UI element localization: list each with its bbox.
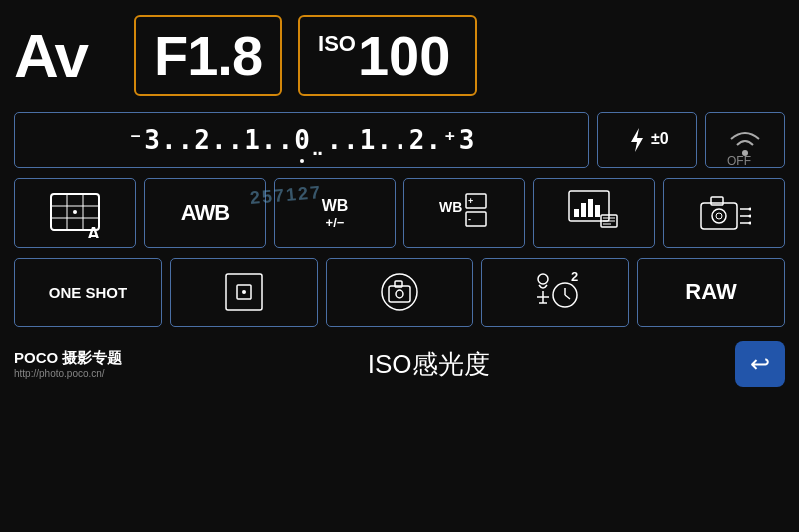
svg-point-34 — [749, 222, 752, 225]
af-mode-box[interactable]: ONE SHOT — [14, 258, 162, 327]
svg-rect-18 — [581, 203, 586, 217]
metering-mode-box[interactable]: A — [14, 178, 136, 248]
image-quality-box[interactable]: RAW — [637, 258, 785, 327]
svg-point-32 — [749, 208, 752, 211]
poco-url: http://photo.poco.cn/ — [14, 368, 122, 379]
drive-mode-box[interactable]: 2 — [481, 258, 629, 327]
wifi-icon: OFF — [723, 115, 767, 165]
svg-point-41 — [396, 290, 403, 298]
camera-lcd-screen: Av F1.8 ISO 100 ⁻3..2..1..0̤..1..2.⁺3 ±0 — [0, 0, 799, 532]
bottom-bar: POCO 摄影专题 http://photo.poco.cn/ ISO感光度 ↩ — [14, 339, 785, 389]
white-balance-box[interactable]: AWB — [144, 178, 266, 248]
svg-point-28 — [716, 213, 722, 219]
exposure-indicator — [300, 159, 304, 163]
svg-rect-19 — [588, 199, 593, 217]
iso-prefix: ISO — [318, 31, 356, 57]
camera-func-box[interactable] — [663, 178, 785, 248]
wb-bracket-box[interactable]: WB + - — [403, 178, 525, 248]
svg-text:A: A — [87, 224, 100, 238]
aperture-box: F1.8 — [134, 15, 282, 96]
svg-rect-26 — [711, 197, 723, 205]
icons-row: A AWB WB +/− WB + - — [14, 178, 785, 250]
exposure-scale: ⁻3..2..1..0̤..1..2.⁺3 — [128, 125, 476, 155]
svg-point-27 — [712, 209, 726, 223]
svg-point-33 — [749, 215, 752, 218]
svg-point-37 — [242, 290, 246, 294]
camera-settings-icon — [697, 189, 751, 237]
wifi-box: OFF — [705, 112, 785, 168]
top-row: Av F1.8 ISO 100 — [14, 10, 785, 100]
back-arrow-icon: ↩ — [750, 350, 770, 378]
svg-text:OFF: OFF — [727, 154, 751, 165]
flash-plus-minus-icon: ±0 — [651, 130, 669, 148]
iso-value: 100 — [358, 23, 450, 88]
metering-icon: A — [47, 188, 103, 238]
wb-shift-label: WB +/− — [322, 196, 349, 231]
svg-point-38 — [382, 274, 417, 310]
svg-text:2: 2 — [571, 269, 578, 284]
buttons-row: ONE SHOT — [14, 258, 785, 329]
wb-bracket-icon: WB + - — [438, 190, 490, 236]
exposure-scale-box: ⁻3..2..1..0̤..1..2.⁺3 — [14, 112, 589, 168]
iso-box: ISO 100 — [298, 15, 477, 96]
af-point-icon — [223, 271, 265, 313]
exposure-row: ⁻3..2..1..0̤..1..2.⁺3 ±0 — [14, 110, 785, 170]
back-button[interactable]: ↩ — [735, 341, 785, 387]
mode-label: Av — [14, 20, 104, 91]
picture-style-icon — [567, 189, 621, 237]
live-view-icon — [379, 271, 420, 313]
timer-icon: 2 — [531, 269, 579, 315]
svg-text:+: + — [468, 196, 473, 206]
svg-line-49 — [565, 295, 570, 299]
flash-comp-value: ±0 — [651, 130, 669, 151]
poco-logo: POCO 摄影专题 http://photo.poco.cn/ — [14, 349, 122, 379]
svg-rect-17 — [574, 209, 579, 217]
svg-rect-25 — [701, 203, 737, 229]
flash-icon — [625, 126, 649, 154]
svg-marker-0 — [631, 128, 643, 152]
live-view-box[interactable] — [326, 258, 473, 327]
svg-text:±0: ±0 — [651, 130, 669, 147]
svg-text:-: - — [468, 214, 471, 224]
awb-label: AWB — [181, 200, 229, 226]
image-quality-label: RAW — [685, 279, 736, 305]
svg-text:WB: WB — [439, 199, 462, 215]
poco-title: POCO 摄影专题 — [14, 349, 122, 368]
svg-point-42 — [538, 274, 548, 284]
iso-label: ISO感光度 — [368, 347, 490, 382]
svg-point-9 — [73, 210, 77, 214]
svg-rect-20 — [595, 205, 600, 217]
flash-comp-box: ±0 — [597, 112, 697, 168]
af-point-box[interactable] — [170, 258, 318, 327]
svg-rect-39 — [389, 286, 410, 302]
af-mode-label: ONE SHOT — [49, 284, 127, 301]
picture-style-box[interactable] — [533, 178, 655, 248]
